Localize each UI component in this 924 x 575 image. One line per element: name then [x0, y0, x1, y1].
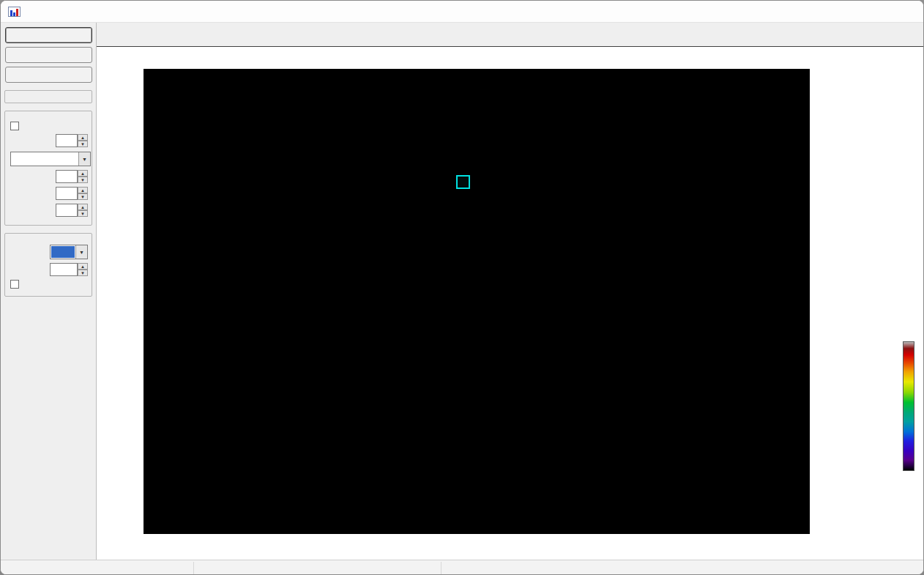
right-column	[97, 23, 923, 560]
tic-size-row	[10, 170, 88, 183]
status-bar	[1, 560, 923, 575]
app-icon	[8, 7, 21, 17]
compare-select-value	[51, 246, 75, 258]
heatmap-plot-canvas[interactable]	[144, 69, 810, 534]
colormap-select[interactable]	[10, 152, 91, 166]
tdelta-stepper	[78, 263, 88, 276]
tic-size-up-icon[interactable]	[78, 170, 88, 177]
autodilate-checkbox[interactable]	[10, 122, 19, 130]
format-groupbox	[4, 90, 92, 103]
autodilate-checkbox-row[interactable]	[10, 122, 88, 130]
help-button[interactable]	[5, 67, 92, 83]
ok-button[interactable]	[5, 27, 92, 43]
stability-size-stepper	[78, 187, 88, 200]
plot-area	[97, 47, 923, 560]
stability-size-up-icon[interactable]	[78, 187, 88, 193]
plot-canvas-wrap	[144, 69, 810, 534]
mz-size-stepper	[78, 204, 88, 217]
title-bar	[1, 1, 923, 23]
visibility-groupbox	[4, 111, 92, 226]
ptsize-stepper	[78, 134, 88, 147]
stability-size-row	[10, 187, 88, 200]
molecules-groupbox	[4, 233, 92, 297]
ptsize-row	[10, 134, 88, 147]
stability-size-field[interactable]	[56, 187, 78, 200]
window-controls	[824, 1, 923, 22]
chevron-down-icon[interactable]	[78, 152, 90, 166]
colormap-select-value	[11, 152, 78, 166]
compare-row	[10, 245, 88, 259]
mz-size-down-icon[interactable]	[78, 210, 88, 217]
compare-select[interactable]	[50, 245, 88, 259]
close-button[interactable]	[890, 1, 923, 22]
cancel-button[interactable]	[5, 47, 92, 63]
app-window	[0, 0, 924, 575]
ptsize-field[interactable]	[56, 134, 78, 147]
status-separator	[193, 562, 194, 574]
nist-checkbox-row[interactable]	[10, 280, 88, 289]
mz-size-field[interactable]	[56, 204, 78, 217]
tic-size-down-icon[interactable]	[78, 177, 88, 183]
toolbar	[97, 23, 923, 47]
stability-size-down-icon[interactable]	[78, 193, 88, 200]
window-content	[1, 23, 923, 560]
intensity-colorbar	[903, 341, 914, 471]
tdelta-field[interactable]	[50, 263, 78, 276]
scan-marker-button[interactable]	[456, 175, 470, 189]
left-panel	[1, 23, 97, 560]
tic-size-field[interactable]	[56, 170, 78, 183]
tdelta-row	[10, 263, 88, 276]
tdelta-up-icon[interactable]	[78, 263, 88, 270]
tdelta-down-icon[interactable]	[78, 270, 88, 276]
ptsize-down-icon[interactable]	[78, 141, 88, 147]
mz-size-row	[10, 204, 88, 217]
mz-size-up-icon[interactable]	[78, 204, 88, 210]
status-separator	[441, 562, 441, 574]
nist-checkbox[interactable]	[10, 280, 19, 289]
maximize-button[interactable]	[857, 1, 890, 22]
chevron-down-icon[interactable]	[75, 245, 87, 259]
ptsize-up-icon[interactable]	[78, 134, 88, 141]
tic-size-stepper	[78, 170, 88, 183]
minimize-button[interactable]	[824, 1, 857, 22]
